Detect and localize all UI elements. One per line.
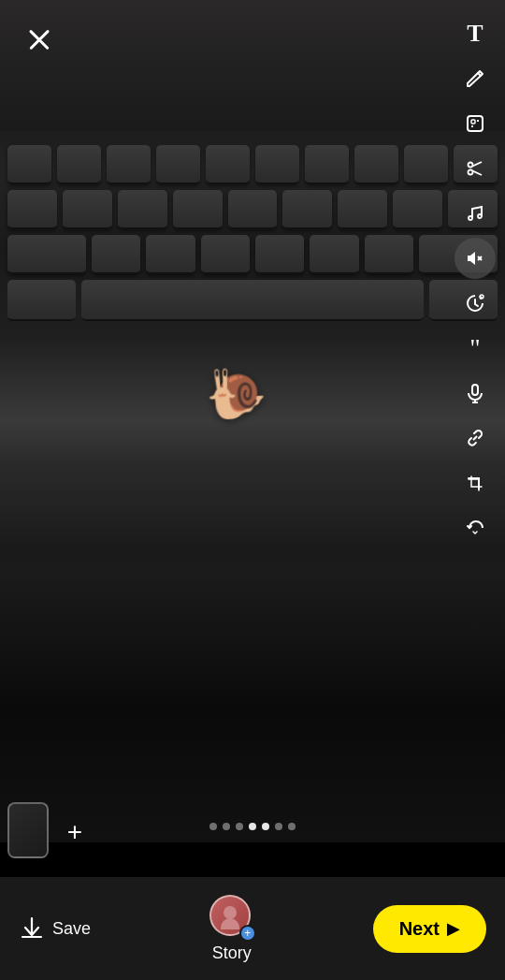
key: [63, 190, 112, 229]
plus-icon: +: [67, 819, 82, 845]
svg-rect-1: [471, 120, 475, 124]
rewind-icon[interactable]: [454, 507, 496, 549]
key: [206, 145, 250, 184]
svg-line-6: [473, 162, 483, 167]
media-thumbnail[interactable]: [7, 802, 49, 858]
dot-4-active[interactable]: [249, 823, 256, 830]
key: [201, 235, 250, 274]
key: [156, 145, 200, 184]
dot-7[interactable]: [288, 823, 296, 830]
key: [7, 145, 51, 184]
story-label: Story: [212, 943, 252, 963]
svg-point-9: [478, 214, 482, 218]
bottom-action-bar: Save + Story Next ▶: [0, 877, 505, 980]
key: [393, 190, 442, 229]
svg-rect-2: [477, 120, 479, 122]
top-dark-area: [0, 0, 505, 131]
next-arrow-icon: ▶: [447, 918, 460, 939]
dot-5[interactable]: [262, 823, 269, 830]
svg-line-7: [473, 171, 483, 176]
media-dots-indicator: [209, 823, 296, 830]
spacebar-key: [81, 280, 424, 321]
story-plus-icon: +: [239, 925, 256, 942]
keyboard-visual: [0, 145, 505, 321]
pencil-icon[interactable]: [454, 58, 496, 99]
scissors-icon[interactable]: [454, 148, 496, 189]
quote-icon[interactable]: ": [454, 328, 496, 369]
svg-point-17: [224, 906, 237, 919]
text-icon[interactable]: T: [454, 13, 496, 54]
right-toolbar: T: [454, 13, 496, 549]
save-icon: [19, 915, 45, 942]
key: [173, 190, 223, 229]
key: [92, 235, 140, 274]
key: [7, 235, 86, 274]
dot-2[interactable]: [223, 823, 230, 830]
key: [310, 235, 358, 274]
mute-icon[interactable]: [454, 238, 496, 279]
svg-point-5: [469, 170, 473, 175]
key: [228, 190, 278, 229]
key: [404, 145, 448, 184]
dot-1[interactable]: [209, 823, 217, 830]
dot-6[interactable]: [275, 823, 282, 830]
key: [7, 190, 57, 229]
thumbnail-image: [9, 804, 47, 856]
key: [354, 145, 398, 184]
key: [57, 145, 101, 184]
svg-point-8: [469, 216, 472, 220]
key: [338, 190, 387, 229]
key: [305, 145, 349, 184]
key: [7, 280, 76, 321]
svg-point-4: [469, 163, 473, 168]
next-label: Next: [399, 918, 440, 940]
save-label: Save: [52, 919, 91, 939]
story-button[interactable]: + Story: [209, 895, 254, 963]
add-media-button[interactable]: +: [58, 815, 92, 849]
bottom-dark-area: [0, 580, 505, 842]
key: [146, 235, 195, 274]
sticker-icon[interactable]: [454, 103, 496, 144]
svg-rect-13: [472, 385, 478, 395]
timer-icon[interactable]: [454, 283, 496, 324]
key: [255, 235, 304, 274]
svg-rect-16: [471, 479, 479, 487]
key: [118, 190, 167, 229]
snail-sticker[interactable]: 🐌: [203, 362, 268, 424]
key: [107, 145, 151, 184]
key: [282, 190, 332, 229]
close-button[interactable]: [19, 19, 60, 60]
svg-point-18: [221, 918, 239, 929]
camera-background: [0, 0, 505, 842]
save-button[interactable]: Save: [19, 915, 91, 942]
dot-3[interactable]: [236, 823, 243, 830]
svg-rect-3: [471, 125, 473, 127]
next-button[interactable]: Next ▶: [373, 905, 486, 953]
key: [255, 145, 299, 184]
music-icon[interactable]: [454, 193, 496, 234]
crop-icon[interactable]: [454, 462, 496, 504]
key: [365, 235, 413, 274]
link-icon[interactable]: [454, 417, 496, 459]
mic-icon[interactable]: [454, 373, 496, 414]
